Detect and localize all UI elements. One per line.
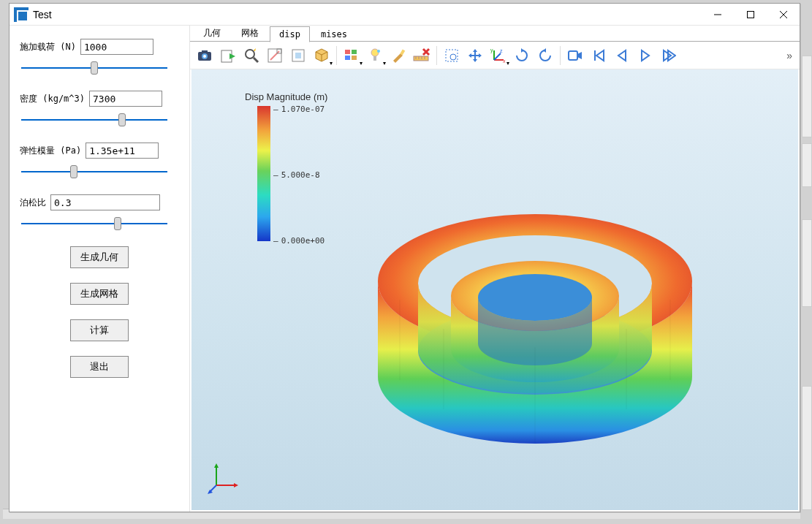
tab-mises[interactable]: mises <box>311 26 357 42</box>
youngs-slider[interactable] <box>21 166 167 178</box>
fit-reset-icon[interactable] <box>288 45 308 66</box>
step-forward-icon[interactable] <box>635 45 656 66</box>
control-panel: 施加载荷 (N) 密度 (kg/m^3) 弹性模量 (Pa) <box>10 26 190 512</box>
svg-rect-5 <box>202 50 208 53</box>
svg-line-32 <box>494 53 501 60</box>
svg-point-41 <box>478 274 592 321</box>
brush-icon[interactable] <box>388 45 409 66</box>
param-youngs: 弹性模量 (Pa) <box>20 143 179 180</box>
density-slider[interactable] <box>21 114 167 126</box>
param-density: 密度 (kg/m^3) <box>20 91 179 128</box>
svg-point-21 <box>377 50 380 53</box>
tab-mesh[interactable]: 网格 <box>232 24 268 42</box>
svg-rect-15 <box>345 50 350 54</box>
poisson-label: 泊松比 <box>20 197 46 209</box>
toolbar-separator <box>336 46 337 65</box>
step-last-icon[interactable] <box>659 45 679 66</box>
background-panel-stub <box>802 219 812 307</box>
title-bar[interactable]: Test <box>10 4 800 26</box>
svg-rect-14 <box>295 53 301 58</box>
tab-geometry[interactable]: 几何 <box>194 24 230 42</box>
viewer-toolbar: ▾ ▾ ▾ zyx▾ » <box>190 42 800 69</box>
screenshot-icon[interactable] <box>194 45 215 66</box>
solve-button[interactable]: 计算 <box>70 319 129 341</box>
axes-icon[interactable]: zyx▾ <box>488 45 509 66</box>
select-rect-icon[interactable] <box>441 45 462 66</box>
save-scene-icon[interactable] <box>218 45 238 66</box>
ruler-delete-icon[interactable] <box>411 45 432 66</box>
move-icon[interactable] <box>465 45 485 66</box>
minimize-button[interactable] <box>701 4 734 26</box>
svg-point-9 <box>246 50 254 58</box>
svg-rect-18 <box>352 56 357 60</box>
legend-tick-max: 1.070e-07 <box>273 105 325 114</box>
fem-result-model <box>334 153 743 460</box>
svg-rect-36 <box>569 51 577 60</box>
density-input[interactable] <box>89 91 162 107</box>
svg-rect-1 <box>747 11 754 18</box>
exit-button[interactable]: 退出 <box>70 356 129 378</box>
maximize-button[interactable] <box>734 4 767 26</box>
svg-text:x: x <box>503 58 506 64</box>
load-input[interactable] <box>80 39 153 55</box>
youngs-input[interactable] <box>86 143 159 159</box>
orientation-triad-icon <box>208 460 241 494</box>
rotate-cw-icon[interactable] <box>512 45 532 66</box>
toolbar-separator <box>560 46 561 65</box>
param-load: 施加载荷 (N) <box>20 39 179 76</box>
svg-rect-16 <box>352 50 357 54</box>
color-legend-bar <box>257 106 270 241</box>
generate-mesh-button[interactable]: 生成网格 <box>70 283 129 305</box>
tab-disp[interactable]: disp <box>270 26 310 42</box>
legend-tick-mid: 5.000e-8 <box>273 170 320 180</box>
app-window: Test 施加载荷 (N) 密度 (kg/m^3) <box>9 3 800 512</box>
window-title: Test <box>33 4 52 26</box>
step-first-icon[interactable] <box>588 45 609 66</box>
load-label: 施加载荷 (N) <box>20 41 76 53</box>
background-panel-stub <box>802 56 812 137</box>
poisson-slider[interactable] <box>21 218 167 229</box>
legend-title: Disp Magnitude (m) <box>245 91 327 102</box>
rotate-ccw-icon[interactable] <box>535 45 555 66</box>
step-back-icon[interactable] <box>612 45 632 66</box>
iso-box-icon[interactable]: ▾ <box>311 45 332 66</box>
app-icon <box>14 7 29 22</box>
poisson-input[interactable] <box>50 194 160 210</box>
zoom-box-icon[interactable] <box>265 45 285 66</box>
multi-view-icon[interactable]: ▾ <box>341 45 362 66</box>
svg-point-19 <box>371 49 379 56</box>
light-icon[interactable]: ▾ <box>365 45 385 66</box>
close-button[interactable] <box>767 4 800 26</box>
svg-point-29 <box>450 54 456 60</box>
svg-rect-17 <box>345 56 350 60</box>
record-icon[interactable] <box>565 45 585 66</box>
background-panel-stub <box>802 143 812 187</box>
svg-point-7 <box>203 55 206 58</box>
background-panel-stub <box>802 386 812 510</box>
load-slider[interactable] <box>21 62 167 74</box>
toolbar-overflow-icon[interactable]: » <box>786 50 792 61</box>
svg-text:y: y <box>490 48 493 53</box>
svg-rect-20 <box>373 56 376 61</box>
render-viewport[interactable]: Disp Magnitude (m) 1.070e-07 5.000e-8 0.… <box>191 69 798 510</box>
density-label: 密度 (kg/m^3) <box>20 93 85 105</box>
generate-geometry-button[interactable]: 生成几何 <box>70 246 129 268</box>
youngs-label: 弹性模量 (Pa) <box>20 145 81 157</box>
svg-text:z: z <box>500 48 503 53</box>
zoom-icon[interactable] <box>241 45 262 66</box>
toolbar-separator <box>436 46 437 65</box>
result-tabs: 几何 网格 disp mises <box>190 26 800 42</box>
param-poisson: 泊松比 <box>20 194 179 232</box>
svg-line-10 <box>254 58 258 62</box>
legend-tick-min: 0.000e+00 <box>273 236 325 246</box>
